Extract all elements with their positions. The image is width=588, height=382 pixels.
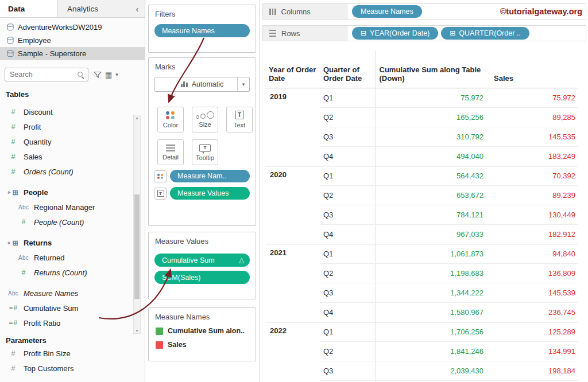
sales-cell[interactable]: 183,249 (490, 147, 578, 166)
search-input[interactable] (9, 70, 77, 79)
quarter-cell[interactable]: Q4 (320, 303, 376, 322)
tab-analytics[interactable]: Analytics (58, 0, 130, 17)
header-sales[interactable]: Sales (490, 50, 578, 88)
color-shelf-icon[interactable] (154, 170, 167, 182)
sales-cell[interactable]: 130,449 (490, 205, 578, 225)
sales-cell[interactable]: 136,809 (490, 264, 578, 283)
columns-pill-measure-names[interactable]: Measure Names (352, 5, 422, 18)
mark-type-dropdown[interactable]: Automatic ▾ (154, 77, 250, 92)
fields-scrollbar[interactable]: ▲ ▼ (133, 115, 141, 334)
rows-pill-quarter[interactable]: ⊞ QUARTER(Order .. (441, 27, 529, 40)
quarter-cell[interactable]: Q2 (320, 264, 376, 283)
filter-pill-measure-names[interactable]: Measure Names (154, 24, 250, 37)
cumulative-sum-cell[interactable]: 1,061,873 (376, 244, 490, 264)
marks-pill-measure-names[interactable]: Measure Nam.. (170, 170, 250, 182)
quarter-cell[interactable]: Q4 (320, 225, 376, 244)
search-box[interactable] (5, 68, 88, 81)
quarter-cell[interactable]: Q2 (320, 342, 376, 361)
marks-pill-measure-values[interactable]: Measure Values (170, 187, 250, 200)
quarter-cell[interactable]: Q1 (320, 88, 376, 108)
scroll-up-icon[interactable]: ▲ (134, 116, 140, 120)
cumulative-sum-cell[interactable]: 1,580,967 (376, 303, 490, 322)
quarter-cell[interactable]: Q1 (320, 244, 376, 264)
field-item[interactable]: =#Profit Ratio (0, 315, 127, 330)
sales-cell[interactable]: 125,289 (490, 322, 578, 342)
field-group-header[interactable]: ▸⊞People (0, 185, 127, 200)
sales-cell[interactable]: 134,991 (490, 342, 578, 361)
header-year[interactable]: Year of Order Date (265, 50, 320, 88)
field-item[interactable]: #Orders (Count) (0, 164, 127, 179)
expand-plus-icon[interactable]: ⊞ (450, 30, 455, 37)
pill-cumulative-sum[interactable]: Cumulative Sum △ (154, 254, 250, 267)
sales-cell[interactable]: 89,285 (490, 108, 578, 127)
header-quarter[interactable]: Quarter of Order Date (320, 50, 376, 88)
cumulative-sum-cell[interactable]: 165,256 (376, 108, 490, 127)
quarter-cell[interactable]: Q2 (320, 108, 376, 127)
text-shelf-icon[interactable]: T (154, 188, 167, 200)
sales-cell[interactable]: 145,535 (490, 127, 578, 147)
sales-cell[interactable]: 94,840 (490, 244, 578, 264)
sales-cell[interactable]: 198,184 (490, 361, 578, 381)
sales-cell[interactable]: 182,912 (490, 225, 578, 244)
cumulative-sum-cell[interactable]: 653,672 (376, 186, 490, 205)
cumulative-sum-cell[interactable]: 1,344,222 (376, 283, 490, 303)
field-item[interactable]: AbcMeasure Names (0, 286, 127, 301)
text-button[interactable]: T Text (226, 107, 253, 132)
tab-data[interactable]: Data (0, 0, 58, 17)
field-group-header[interactable]: ▸⊞Returns (0, 235, 127, 250)
cumulative-sum-cell[interactable]: 75,972 (376, 88, 490, 108)
detail-button[interactable]: Detail (157, 139, 184, 165)
field-item[interactable]: #Sales (0, 149, 127, 164)
sales-cell[interactable]: 236,745 (490, 303, 578, 322)
datasource-item-selected[interactable]: Sample - Superstore (0, 47, 145, 60)
cumulative-sum-cell[interactable]: 1,706,256 (376, 322, 490, 342)
legend-item[interactable]: Sales (156, 341, 256, 349)
filter-funnel-icon[interactable] (94, 71, 102, 79)
cumulative-sum-cell[interactable]: 564,432 (376, 166, 490, 186)
quarter-cell[interactable]: Q1 (320, 166, 376, 186)
color-button[interactable]: Color (157, 107, 184, 132)
sales-cell[interactable]: 89,239 (490, 186, 578, 205)
sales-cell[interactable]: 75,972 (490, 88, 578, 108)
datasource-item[interactable]: Employee (0, 34, 145, 47)
field-item[interactable]: #Discount (0, 104, 127, 119)
cumulative-sum-cell[interactable]: 1,198,683 (376, 264, 490, 283)
quarter-cell[interactable]: Q3 (320, 361, 376, 381)
sales-cell[interactable]: 145,539 (490, 283, 578, 303)
tooltip-button[interactable]: T Tooltip (192, 139, 218, 165)
rows-pill-year[interactable]: ⊟ YEAR(Order Date) (352, 27, 438, 40)
field-item[interactable]: #Returns (Count) (0, 265, 138, 280)
chevron-down-icon[interactable]: ▾ (237, 77, 249, 91)
cumulative-sum-cell[interactable]: 784,121 (376, 205, 490, 225)
header-cumulative-sum[interactable]: Cumulative Sum along Table (Down) (376, 50, 490, 88)
size-button[interactable]: Size (192, 107, 218, 132)
scrollbar-thumb[interactable] (134, 194, 140, 299)
scroll-down-icon[interactable]: ▼ (134, 329, 140, 333)
year-cell[interactable]: 2019 (265, 88, 320, 166)
cumulative-sum-cell[interactable]: 494,040 (376, 147, 490, 166)
year-cell[interactable]: 2022 (265, 322, 320, 382)
cumulative-sum-cell[interactable]: 1,841,246 (376, 342, 490, 361)
year-cell[interactable]: 2021 (265, 244, 320, 322)
quarter-cell[interactable]: Q3 (320, 127, 376, 147)
legend-item[interactable]: Cumulative Sum alon.. (156, 327, 256, 335)
sales-cell[interactable]: 70,392 (490, 166, 578, 186)
cumulative-sum-cell[interactable]: 2,039,430 (376, 361, 490, 381)
field-item[interactable]: #Top Customers (0, 361, 127, 376)
quarter-cell[interactable]: Q3 (320, 283, 376, 303)
quarter-cell[interactable]: Q1 (320, 322, 376, 342)
pill-sum-sales[interactable]: SUM(Sales) (154, 271, 250, 284)
year-cell[interactable]: 2020 (265, 166, 320, 244)
field-item[interactable]: #Profit Bin Size (0, 346, 127, 361)
field-item[interactable]: AbcRegional Manager (0, 200, 138, 215)
quarter-cell[interactable]: Q4 (320, 147, 376, 166)
datasource-item[interactable]: AdventureWorksDW2019 (0, 21, 145, 34)
field-item[interactable]: =#Cumulative Sum (0, 301, 127, 315)
quarter-cell[interactable]: Q3 (320, 205, 376, 225)
collapse-minus-icon[interactable]: ⊟ (361, 30, 366, 37)
cumulative-sum-cell[interactable]: 310,792 (376, 127, 490, 147)
field-item[interactable]: #Quantity (0, 134, 127, 149)
field-item[interactable]: #Profit (0, 119, 127, 134)
view-options-caret-icon[interactable]: ▾ (115, 72, 118, 77)
field-item[interactable]: #People (Count) (0, 215, 138, 229)
